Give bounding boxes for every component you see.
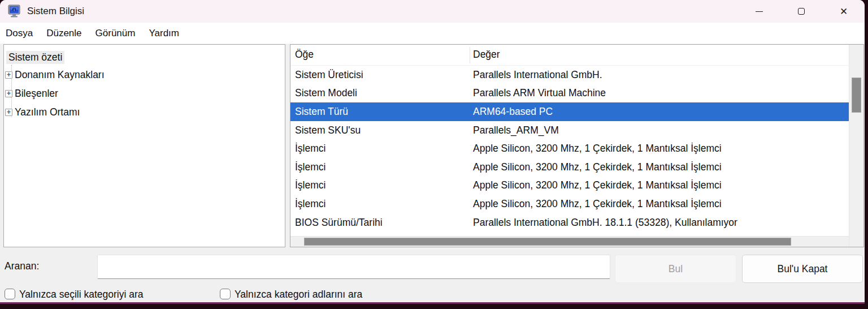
row-value: Parallels International GmbH. bbox=[473, 69, 602, 81]
table-row[interactable]: İşlemci Apple Silicon, 3200 Mhz, 1 Çekir… bbox=[290, 195, 849, 213]
expand-plus-icon[interactable]: + bbox=[5, 109, 12, 116]
maximize-icon bbox=[798, 8, 805, 15]
title-bar: i Sistem Bilgisi ✕ bbox=[0, 0, 865, 23]
search-options-row: Yalnızca seçili kategoriyi ara Yalnızca … bbox=[0, 287, 865, 302]
row-value: Apple Silicon, 3200 Mhz, 1 Çekirdek, 1 M… bbox=[473, 143, 722, 154]
row-item: İşlemci bbox=[295, 179, 326, 191]
search-label: Aranan: bbox=[5, 260, 39, 272]
tree-item-software-environment[interactable]: + Yazılım Ortamı bbox=[4, 103, 285, 122]
menu-file[interactable]: Dosya bbox=[0, 28, 40, 39]
row-item: Sistem SKU'su bbox=[295, 125, 361, 136]
table-row-selected[interactable]: Sistem Türü ARM64-based PC bbox=[290, 102, 849, 121]
close-button[interactable]: ✕ bbox=[831, 0, 857, 23]
expand-plus-icon[interactable]: + bbox=[5, 71, 12, 79]
checkbox-search-category-names[interactable] bbox=[220, 289, 231, 299]
tree-item-label: Yazılım Ortamı bbox=[15, 106, 80, 118]
row-value: Parallels International GmbH. 18.1.1 (53… bbox=[473, 217, 737, 229]
row-item: Sistem Türü bbox=[295, 106, 348, 118]
maximize-button[interactable] bbox=[788, 0, 814, 23]
menu-bar: Dosya Düzenle Görünüm Yardım bbox=[0, 23, 865, 44]
row-item: İşlemci bbox=[295, 143, 326, 154]
close-find-button[interactable]: Bul'u Kapat bbox=[742, 255, 863, 283]
table-row[interactable]: İşlemci Apple Silicon, 3200 Mhz, 1 Çekir… bbox=[290, 158, 849, 177]
list-header: Öğe Değer bbox=[290, 45, 849, 66]
window-controls: ✕ bbox=[730, 0, 857, 23]
menu-edit[interactable]: Düzenle bbox=[40, 28, 88, 39]
table-row[interactable]: İşlemci Apple Silicon, 3200 Mhz, 1 Çekir… bbox=[290, 139, 849, 158]
column-header-value[interactable]: Değer bbox=[473, 49, 500, 61]
tree-item-components[interactable]: + Bileşenler bbox=[4, 84, 285, 103]
tree-item-label: Sistem özeti bbox=[6, 51, 64, 64]
find-button-disabled[interactable]: Bul bbox=[615, 255, 736, 283]
row-item: BIOS Sürümü/Tarihi bbox=[295, 217, 383, 229]
list-body: Sistem Üreticisi Parallels International… bbox=[290, 66, 849, 231]
category-tree-panel: Sistem özeti + Donanım Kaynakları + Bile… bbox=[3, 44, 285, 247]
tree-item-label: Bileşenler bbox=[15, 88, 58, 100]
row-value: Apple Silicon, 3200 Mhz, 1 Çekirdek, 1 M… bbox=[473, 161, 722, 173]
menu-view[interactable]: Görünüm bbox=[89, 28, 142, 39]
row-value: ARM64-based PC bbox=[473, 106, 553, 118]
system-info-window: i Sistem Bilgisi ✕ Dosya Düzenle Görünüm… bbox=[0, 0, 865, 304]
table-row[interactable]: BIOS Sürümü/Tarihi Parallels Internation… bbox=[290, 213, 849, 232]
tree-item-hardware-resources[interactable]: + Donanım Kaynakları bbox=[4, 66, 285, 84]
column-header-item[interactable]: Öğe bbox=[295, 49, 314, 61]
row-value: Apple Silicon, 3200 Mhz, 1 Çekirdek, 1 M… bbox=[473, 179, 722, 191]
horizontal-scrollbar[interactable] bbox=[290, 236, 849, 247]
row-value: Parallels ARM Virtual Machine bbox=[473, 87, 606, 99]
table-row[interactable]: Sistem SKU'su Parallels_ARM_VM bbox=[290, 121, 849, 140]
close-icon: ✕ bbox=[840, 7, 848, 16]
minimize-icon bbox=[756, 11, 763, 12]
checkbox-label-category-names: Yalnızca kategori adlarını ara bbox=[235, 289, 362, 301]
search-input[interactable] bbox=[97, 255, 610, 279]
row-item: Sistem Modeli bbox=[295, 87, 357, 99]
row-item: İşlemci bbox=[295, 161, 326, 173]
expand-plus-icon[interactable]: + bbox=[5, 90, 12, 97]
tree-item-system-summary[interactable]: Sistem özeti bbox=[6, 49, 285, 66]
table-row[interactable]: Sistem Üreticisi Parallels International… bbox=[290, 66, 849, 84]
minimize-button[interactable] bbox=[746, 0, 772, 23]
column-divider[interactable] bbox=[470, 47, 470, 63]
vertical-scrollbar[interactable] bbox=[849, 45, 863, 247]
menu-help[interactable]: Yardım bbox=[142, 28, 186, 39]
checkbox-search-selected-category[interactable] bbox=[5, 289, 15, 299]
checkbox-label-selected-category: Yalnızca seçili kategoriyi ara bbox=[19, 289, 144, 301]
row-value: Apple Silicon, 3200 Mhz, 1 Çekirdek, 1 M… bbox=[473, 198, 722, 210]
row-item: Sistem Üreticisi bbox=[295, 69, 363, 81]
tree-item-label: Donanım Kaynakları bbox=[15, 69, 105, 81]
table-row[interactable]: İşlemci Apple Silicon, 3200 Mhz, 1 Çekir… bbox=[290, 177, 849, 195]
row-value: Parallels_ARM_VM bbox=[473, 125, 559, 136]
svg-text:i: i bbox=[14, 8, 15, 12]
vertical-scrollbar-thumb[interactable] bbox=[852, 78, 861, 113]
window-title: Sistem Bilgisi bbox=[27, 6, 84, 17]
details-list-panel: Öğe Değer Sistem Üreticisi Parallels Int… bbox=[290, 44, 864, 247]
horizontal-scrollbar-thumb[interactable] bbox=[304, 238, 791, 246]
row-item: İşlemci bbox=[295, 198, 326, 210]
table-row[interactable]: Sistem Modeli Parallels ARM Virtual Mach… bbox=[290, 84, 849, 103]
system-info-app-icon: i bbox=[8, 5, 21, 18]
